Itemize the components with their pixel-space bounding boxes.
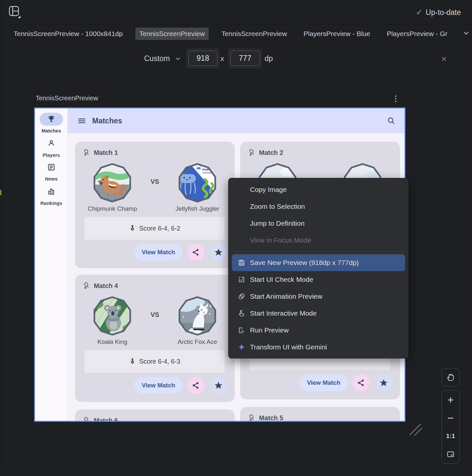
zoom-to-fit-button[interactable] xyxy=(442,445,459,463)
dimension-separator: x xyxy=(220,55,224,63)
gutter-change-marker xyxy=(0,190,1,195)
avatar-jellyfish-juggler: Android St xyxy=(177,162,218,203)
view-match-button[interactable]: View Match xyxy=(134,377,183,394)
nav-item-matches[interactable]: Matches xyxy=(35,113,68,133)
menu-item-start-interactive-mode[interactable]: Start Interactive Mode xyxy=(229,305,408,322)
preview-context-menu: Copy Image Zoom to Selection Jump to Def… xyxy=(228,178,409,358)
height-input[interactable]: 777 xyxy=(230,51,260,66)
news-icon xyxy=(47,163,56,172)
avatar-koala-king xyxy=(92,295,133,336)
close-resize-mode-icon[interactable]: × xyxy=(439,54,449,64)
device-mode-dropdown[interactable]: Custom xyxy=(144,54,181,63)
score-text: Score 6-4, 6-2 xyxy=(139,225,180,232)
menu-item-save-new-preview[interactable]: Save New Preview (918dp x 777dp) xyxy=(232,254,405,271)
fit-screen-icon xyxy=(446,450,455,459)
width-input[interactable]: 918 xyxy=(188,51,217,66)
share-icon xyxy=(192,248,200,257)
menu-hamburger-icon[interactable] xyxy=(77,116,86,125)
chevron-down-icon xyxy=(174,55,181,62)
avatar-arctic-fox-ace xyxy=(177,295,218,336)
menu-label: Start Interactive Mode xyxy=(250,309,317,317)
nav-label-rankings: Rankings xyxy=(35,200,68,206)
menu-item-view-in-focus-mode: View in Focus Mode xyxy=(229,232,408,249)
share-icon xyxy=(192,381,200,390)
zoom-controls: + − 1:1 xyxy=(441,390,460,464)
menu-item-transform-ui-with-gemini[interactable]: Transform UI with Gemini xyxy=(229,339,408,356)
sync-status: ✓ Up-to-date xyxy=(416,8,461,17)
player2-name: Arctic Fox Ace xyxy=(160,338,235,345)
favorite-button[interactable] xyxy=(210,244,227,261)
tabs-overflow-chevron-icon[interactable] xyxy=(462,29,470,39)
player1-name: Chipmunk Champ xyxy=(75,205,150,212)
nav-item-rankings[interactable]: Rankings xyxy=(35,185,68,206)
menu-item-copy-image[interactable]: Copy Image xyxy=(229,181,408,198)
favorite-button[interactable] xyxy=(375,374,392,391)
nav-label-players: Players xyxy=(35,152,68,158)
medal-icon xyxy=(129,225,136,232)
score-banner: Score 6-4, 6-3 xyxy=(84,350,225,373)
share-button[interactable] xyxy=(187,377,204,394)
favorite-button[interactable] xyxy=(210,377,227,394)
app-nav-rail: Matches Players News xyxy=(35,108,68,421)
share-button[interactable] xyxy=(187,244,204,261)
menu-label: Start UI Check Mode xyxy=(250,276,313,283)
view-match-button[interactable]: View Match xyxy=(299,374,348,391)
zoom-out-button[interactable]: − xyxy=(442,409,459,427)
editor-layout-icon[interactable] xyxy=(8,5,21,19)
menu-item-start-ui-check-mode[interactable]: Start UI Check Mode xyxy=(229,271,408,288)
vs-label: VS xyxy=(145,311,165,319)
resize-handle[interactable] xyxy=(406,421,423,437)
preview-caption: TennisScreenPreview xyxy=(36,94,98,102)
menu-label: Run Preview xyxy=(250,326,289,334)
star-icon xyxy=(379,378,388,387)
tab-players-gr[interactable]: PlayersPreview - Gr xyxy=(383,28,452,40)
person-icon xyxy=(47,139,56,148)
device-mode-label: Custom xyxy=(144,54,170,63)
menu-item-jump-to-definition[interactable]: Jump to Definition xyxy=(229,215,408,232)
vs-label: VS xyxy=(145,178,165,185)
score-text: Score 6-4, 6-3 xyxy=(139,358,180,365)
nav-label-matches: Matches xyxy=(35,128,68,133)
unit-label: dp xyxy=(265,54,273,63)
match-card-1[interactable]: Match 1 xyxy=(75,142,235,268)
tab-tennis-2[interactable]: TennisScreenPreview xyxy=(217,28,291,40)
menu-label: Transform UI with Gemini xyxy=(250,343,327,351)
pan-tool-button[interactable] xyxy=(441,368,460,386)
preview-tab-bar: TennisScreenPreview - 1000x841dp TennisS… xyxy=(1,25,472,43)
tennis-racket-icon xyxy=(83,282,91,290)
tennis-racket-icon xyxy=(83,417,91,422)
touch-interactive-icon xyxy=(238,309,245,317)
menu-item-start-animation-preview[interactable]: Start Animation Preview xyxy=(229,288,408,305)
check-icon: ✓ xyxy=(416,8,422,17)
tab-tennis-1000x841[interactable]: TennisScreenPreview - 1000x841dp xyxy=(10,28,127,40)
search-icon[interactable] xyxy=(387,116,396,125)
nav-item-players[interactable]: Players xyxy=(35,137,68,158)
match-title: Match 5 xyxy=(259,414,283,422)
save-icon xyxy=(238,259,245,267)
preview-options-kebab-icon[interactable] xyxy=(393,94,398,103)
menu-item-run-preview[interactable]: Run Preview xyxy=(229,322,408,339)
match-title: Match 1 xyxy=(94,149,118,157)
match-title: Match 2 xyxy=(259,149,283,157)
menu-label: Save New Preview (918dp x 777dp) xyxy=(250,259,359,267)
run-preview-icon xyxy=(238,326,245,334)
match-card-4[interactable]: Match 4 xyxy=(75,275,235,402)
zoom-reset-button[interactable]: 1:1 xyxy=(442,427,459,445)
nav-label-news: News xyxy=(35,176,68,182)
zoom-in-button[interactable]: + xyxy=(442,391,459,409)
tab-players-blue[interactable]: PlayersPreview - Blue xyxy=(300,28,374,40)
menu-item-zoom-to-selection[interactable]: Zoom to Selection xyxy=(229,198,408,215)
app-top-bar: Matches xyxy=(68,108,405,133)
gemini-sparkle-icon xyxy=(238,343,245,351)
match-card-5[interactable]: Match 5 xyxy=(240,407,400,422)
menu-label: Start Animation Preview xyxy=(250,293,322,300)
tab-tennis-selected[interactable]: TennisScreenPreview xyxy=(135,28,209,40)
tennis-racket-icon xyxy=(83,149,91,157)
view-match-button[interactable]: View Match xyxy=(134,244,183,261)
share-button[interactable] xyxy=(353,374,369,391)
match-card-6[interactable]: Match 6 xyxy=(75,409,235,422)
nav-item-news[interactable]: News xyxy=(35,161,68,182)
star-icon xyxy=(214,381,223,390)
ui-check-icon xyxy=(238,276,245,283)
status-label: Up-to-date xyxy=(426,8,461,17)
